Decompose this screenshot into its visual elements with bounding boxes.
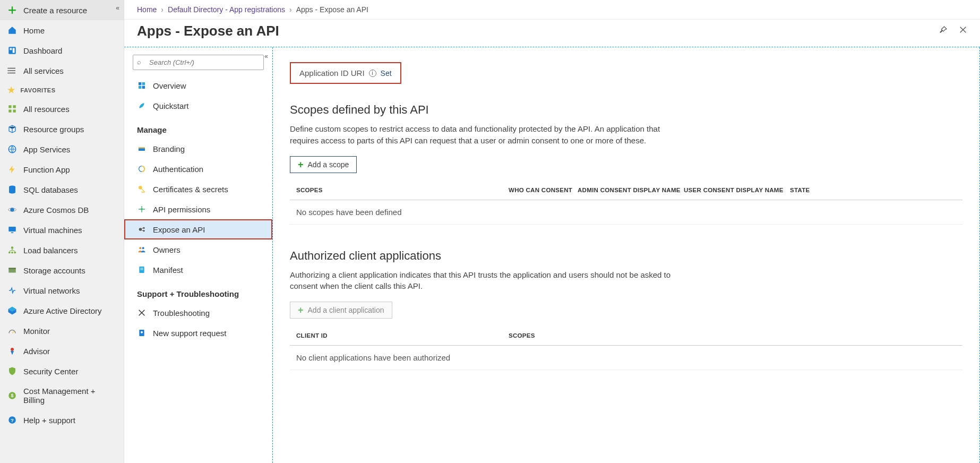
list-icon — [7, 66, 17, 75]
nav-label: Azure Cosmos DB — [23, 205, 89, 215]
svg-text:$: $ — [11, 393, 13, 398]
monitor-icon — [7, 225, 17, 235]
clients-heading: Authorized client applications — [290, 249, 962, 263]
col-admin-display: ADMIN CONSENT DISPLAY NAME — [578, 187, 684, 193]
nav-home[interactable]: Home — [0, 20, 124, 40]
svg-point-39 — [139, 247, 141, 249]
svg-rect-1 — [10, 48, 12, 50]
nav-label: SQL databases — [23, 185, 78, 194]
svg-text:?: ? — [11, 417, 14, 423]
nav-load-balancers[interactable]: Load balancers — [0, 240, 124, 260]
clients-empty-row: No client applications have been authori… — [290, 346, 962, 370]
svg-point-37 — [143, 227, 144, 229]
nav-label: Dashboard — [23, 46, 62, 55]
pin-icon[interactable] — [939, 25, 948, 37]
nav-label: Virtual networks — [23, 286, 80, 295]
col-who-consent: WHO CAN CONSENT — [509, 187, 578, 193]
info-icon[interactable]: i — [369, 70, 376, 77]
subnav-owners[interactable]: Owners — [124, 239, 272, 260]
nav-label: App Services — [23, 145, 70, 154]
subnav-label: Authentication — [153, 165, 203, 174]
subnav-authentication[interactable]: Authentication — [124, 159, 272, 179]
clients-table-header: CLIENT ID SCOPES — [290, 327, 962, 346]
svg-rect-29 — [139, 86, 141, 89]
favorites-header: ★ FAVORITES — [0, 81, 124, 99]
add-client-button: + Add a client application — [290, 302, 392, 319]
subnav-label: New support request — [153, 329, 226, 338]
svg-point-45 — [141, 331, 143, 333]
subnav-expose-api[interactable]: Expose an API — [124, 219, 272, 239]
subnav-overview[interactable]: Overview — [124, 75, 272, 96]
nav-create-resource[interactable]: Create a resource — [0, 0, 124, 20]
nav-cost-management[interactable]: $ Cost Management + Billing — [0, 381, 124, 410]
collapse-subnav-icon[interactable]: « — [264, 53, 268, 60]
search-input[interactable] — [133, 55, 264, 70]
svg-point-18 — [11, 252, 13, 254]
svg-point-4 — [7, 70, 8, 71]
breadcrumb-directory[interactable]: Default Directory - App registrations — [168, 5, 285, 14]
nav-storage-accounts[interactable]: Storage accounts — [0, 260, 124, 280]
svg-rect-27 — [139, 82, 141, 85]
add-scope-button[interactable]: + Add a scope — [290, 156, 357, 173]
nav-label: Resource groups — [23, 125, 84, 134]
subnav-troubleshooting[interactable]: Troubleshooting — [124, 303, 272, 323]
network-icon — [7, 286, 17, 295]
global-nav: « Create a resource Home Dashboard All s… — [0, 0, 124, 463]
detail-panel: Application ID URI i Set Scopes defined … — [273, 47, 980, 463]
clients-table: CLIENT ID SCOPES No client applications … — [290, 327, 962, 370]
svg-rect-0 — [8, 47, 16, 54]
bolt-icon — [7, 165, 17, 174]
subnav-certificates-secrets[interactable]: Certificates & secrets — [124, 179, 272, 199]
file-icon — [137, 265, 147, 275]
nav-aad[interactable]: Azure Active Directory — [0, 301, 124, 321]
nav-label: All resources — [23, 105, 70, 114]
storage-icon — [7, 265, 17, 275]
svg-point-36 — [139, 228, 142, 230]
col-state: STATE — [790, 187, 822, 193]
nav-virtual-machines[interactable]: Virtual machines — [0, 220, 124, 240]
subnav-label: Quickstart — [153, 101, 189, 110]
svg-point-17 — [8, 252, 11, 254]
set-link[interactable]: Set — [381, 69, 392, 78]
nav-help-support[interactable]: ? Help + support — [0, 410, 124, 430]
subnav-support-header: Support + Troubleshooting — [124, 280, 272, 303]
nav-dashboard[interactable]: Dashboard — [0, 40, 124, 61]
nav-virtual-networks[interactable]: Virtual networks — [0, 280, 124, 301]
subnav-label: Manifest — [153, 265, 183, 275]
plus-icon: + — [298, 305, 304, 315]
subnav-quickstart[interactable]: Quickstart — [124, 96, 272, 116]
svg-rect-9 — [13, 110, 16, 113]
expose-icon — [137, 225, 147, 234]
svg-point-38 — [143, 230, 144, 231]
nav-security-center[interactable]: Security Center — [0, 361, 124, 381]
nav-label: Help + support — [23, 416, 75, 425]
nav-app-services[interactable]: App Services — [0, 139, 124, 159]
dashboard-icon — [7, 46, 17, 55]
nav-resource-groups[interactable]: Resource groups — [0, 119, 124, 139]
nav-function-app[interactable]: Function App — [0, 159, 124, 179]
breadcrumb-home[interactable]: Home — [137, 5, 157, 14]
subnav-branding[interactable]: Branding — [124, 139, 272, 159]
nav-all-resources[interactable]: All resources — [0, 99, 124, 119]
nav-advisor[interactable]: Advisor — [0, 341, 124, 361]
svg-point-40 — [142, 247, 144, 249]
nav-sql-databases[interactable]: SQL databases — [0, 179, 124, 200]
nav-all-services[interactable]: All services — [0, 61, 124, 81]
subnav-new-support[interactable]: New support request — [124, 323, 272, 343]
support-icon — [137, 328, 147, 338]
close-icon[interactable] — [959, 25, 967, 37]
sub-nav: « ⌕ Overview Quickstart Manage Branding — [124, 47, 273, 463]
subnav-manage-header: Manage — [124, 116, 272, 139]
subnav-api-permissions[interactable]: API permissions — [124, 199, 272, 219]
nav-monitor[interactable]: Monitor — [0, 321, 124, 341]
subnav-manifest[interactable]: Manifest — [124, 260, 272, 280]
auth-icon — [137, 164, 147, 174]
nav-label: Create a resource — [23, 6, 87, 15]
nav-label: Monitor — [23, 327, 50, 336]
nav-cosmos-db[interactable]: Azure Cosmos DB — [0, 200, 124, 220]
col-client-scopes: SCOPES — [509, 332, 956, 339]
cosmos-icon — [7, 205, 17, 215]
nav-label: Cost Management + Billing — [23, 387, 116, 405]
collapse-global-nav-icon[interactable]: « — [116, 4, 119, 12]
nav-label: Load balancers — [23, 246, 78, 255]
